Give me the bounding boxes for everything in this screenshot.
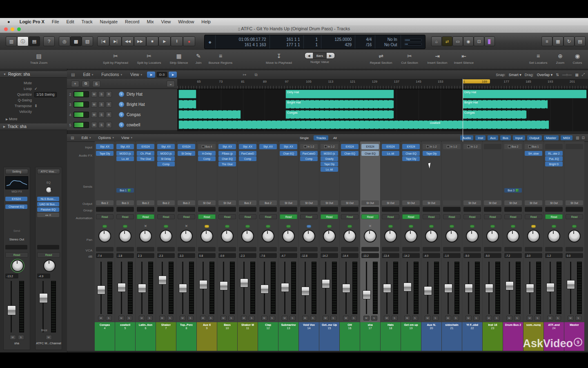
pan-knob[interactable] — [425, 230, 438, 242]
pan-knob[interactable] — [139, 230, 152, 242]
replace-button[interactable]: ⌂ — [431, 36, 442, 46]
audio-fx-slot[interactable]: Tape Dly — [402, 156, 420, 161]
vca-slot[interactable] — [321, 247, 338, 251]
vca-slot[interactable] — [259, 247, 277, 251]
fader-thumb[interactable] — [567, 280, 575, 289]
vca-slot[interactable] — [382, 247, 399, 251]
vca-slot[interactable] — [443, 247, 461, 251]
apple-menu-icon[interactable]: ● — [7, 19, 10, 24]
fx-nav-icons[interactable]: ◂ ▸ ⊘ — [37, 213, 59, 217]
mute-button[interactable]: M — [261, 316, 267, 321]
audio-fx-slot[interactable]: Tape Dly — [96, 151, 114, 156]
channel-name[interactable]: ATFC M...Channel — [36, 341, 62, 345]
fullscreen-icon[interactable]: ⤢ — [582, 72, 585, 77]
automation-mode-button[interactable]: Read — [300, 214, 318, 219]
group-slot[interactable] — [423, 207, 440, 212]
volume-readout[interactable]: -14.4 — [341, 253, 359, 258]
fader-area[interactable] — [442, 261, 462, 315]
fader-area[interactable] — [360, 261, 380, 315]
input-slot[interactable]: In 1-2 — [423, 144, 440, 149]
mute-button[interactable]: M — [118, 316, 125, 321]
pan-knob[interactable] — [200, 230, 213, 242]
input-format-icon[interactable] — [531, 223, 536, 229]
input-format-icon[interactable] — [409, 223, 413, 229]
input-format-icon[interactable] — [102, 223, 107, 229]
solo-button[interactable]: S — [18, 335, 24, 340]
audio-fx-slot[interactable]: Chan EQ — [218, 156, 236, 161]
audio-fx-slot[interactable]: RL..oke 2 — [545, 151, 563, 156]
channel-name-area[interactable]: Get..me Up15 — [319, 322, 339, 351]
output-slot[interactable]: Bus 3 — [116, 200, 134, 205]
channel-name-area[interactable]: Shaker M11 — [238, 322, 258, 351]
inspector-row-quantize[interactable]: Quantize1/16 Swing — [0, 92, 67, 97]
inspector-value-loop[interactable]: ✓ — [34, 87, 38, 91]
region[interactable]: Dirty Hat — [285, 90, 394, 99]
quick-help-button[interactable]: ▤ — [29, 36, 40, 46]
output-slot[interactable]: St Out — [504, 200, 522, 205]
audio-fx-slot[interactable]: The Glue — [137, 156, 154, 161]
fader-thumb[interactable] — [261, 285, 269, 294]
input-slot[interactable] — [566, 144, 583, 149]
split-by-locators-button[interactable]: ✂Split by Locators — [137, 52, 161, 65]
channel-name-area[interactable]: Get em up19 — [401, 322, 421, 351]
horizontal-zoom-slider[interactable]: —○— — [562, 73, 572, 77]
window-title-bar[interactable]: ▯ ATFC - Git Yo Hands Up (Original Drum … — [0, 25, 588, 33]
input-format-icon[interactable] — [511, 223, 515, 229]
mixer-filter-audio[interactable]: Audio — [460, 135, 473, 140]
pan-knob[interactable] — [303, 230, 315, 242]
automation-mode-button[interactable]: Read — [463, 214, 481, 219]
snap-menu[interactable]: Smart ▾ — [509, 73, 521, 77]
solo-button[interactable]: S — [98, 91, 105, 97]
menu-item-edit[interactable]: Edit — [63, 19, 78, 24]
input-format-icon[interactable] — [388, 223, 393, 229]
pan-knob[interactable] — [384, 230, 397, 242]
audio-fx-slot[interactable]: Chan EQ — [341, 151, 359, 156]
pan-knob[interactable] — [486, 230, 499, 242]
audio-fx-slot[interactable]: Tape Dly — [321, 162, 338, 166]
fader-thumb[interactable] — [97, 285, 105, 294]
mixer-filter-output[interactable]: Output — [527, 135, 542, 140]
vca-slot[interactable] — [157, 247, 175, 251]
automation-mode-button[interactable]: Read — [382, 214, 399, 219]
waveform-zoom-icon[interactable]: ⇅ — [556, 73, 559, 77]
input-format-icon[interactable] — [327, 223, 332, 229]
audio-fx-slot[interactable]: Chan EQ — [402, 151, 420, 156]
inspector-row-q-swing[interactable]: Q-Swing — [0, 97, 67, 103]
input-format-icon[interactable] — [307, 223, 311, 229]
mute-button[interactable]: M — [384, 316, 390, 321]
vca-slot[interactable] — [116, 247, 134, 251]
solo-button[interactable]: S — [269, 316, 275, 321]
zoom-button[interactable]: ⊕Zoom — [556, 52, 564, 65]
input-slot[interactable]: EXS24 — [341, 144, 359, 149]
fader-area[interactable] — [523, 261, 543, 315]
fader-thumb[interactable] — [199, 280, 207, 289]
track-name[interactable]: cowbell — [127, 123, 140, 127]
grid-icon[interactable]: ▦ — [575, 73, 579, 77]
audio-fx-slot[interactable]: Comp — [239, 156, 256, 161]
input-format-icon[interactable] — [572, 223, 577, 229]
mute-button[interactable]: M — [220, 316, 227, 321]
volume-readout[interactable]: -0.9 — [218, 253, 236, 258]
automation-mode-button[interactable]: Read — [5, 252, 28, 258]
channel-name-area[interactable]: OH16 — [340, 322, 360, 351]
group-slot[interactable] — [341, 207, 359, 212]
send-slot[interactable]: Bus 3 — [504, 188, 522, 193]
region[interactable]: Bright Hat — [463, 100, 548, 109]
region[interactable] — [178, 100, 196, 109]
group-slot[interactable] — [361, 207, 379, 212]
track-name[interactable]: Congas — [127, 112, 140, 117]
input-format-icon[interactable] — [429, 223, 434, 229]
lcd-mode-icon[interactable]: ◆ — [205, 35, 216, 49]
vca-slot[interactable] — [566, 247, 583, 251]
input-slot[interactable] — [484, 144, 501, 149]
solo-button[interactable]: S — [290, 316, 296, 321]
vca-slot[interactable] — [525, 247, 542, 251]
output-slot[interactable]: Bus 2 — [239, 200, 256, 205]
automation-mode-button[interactable]: Read — [218, 214, 236, 219]
solo-button[interactable]: S — [98, 101, 105, 108]
input-slot[interactable] — [545, 144, 563, 149]
audio-fx-slot[interactable]: Chan EQ — [361, 151, 379, 156]
input-slot[interactable]: EXS24 — [382, 144, 399, 149]
fader-area[interactable] — [340, 261, 360, 315]
pan-knob[interactable] — [11, 260, 24, 272]
